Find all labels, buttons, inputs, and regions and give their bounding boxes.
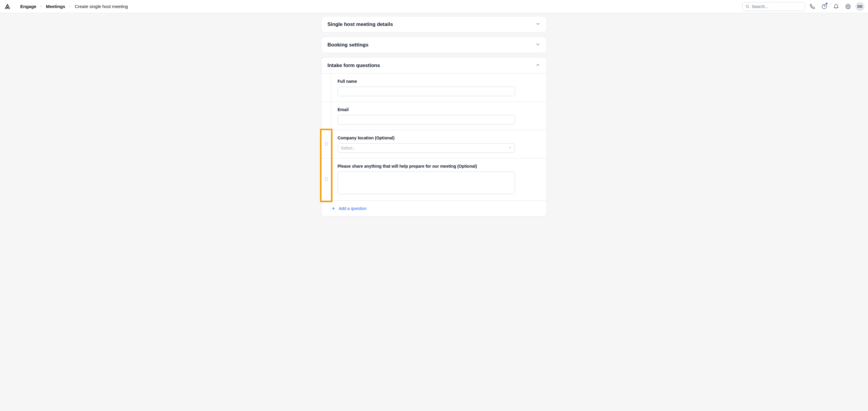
caret-down-icon (508, 146, 512, 150)
textarea-input[interactable] (338, 172, 515, 194)
phone-icon[interactable] (808, 2, 817, 11)
booking-card-header[interactable]: Booking settings (321, 37, 547, 53)
svg-point-0 (746, 5, 748, 7)
intake-card: Intake form questions Full nameEmailComp… (321, 57, 547, 216)
svg-point-25 (325, 179, 326, 179)
drag-handle-icon[interactable] (325, 177, 328, 182)
chevron-up-icon (535, 62, 540, 68)
breadcrumb-engage[interactable]: Engage (20, 4, 36, 9)
details-card-header[interactable]: Single host meeting details (321, 17, 547, 32)
text-input[interactable] (338, 115, 515, 124)
add-question-label: Add a question (339, 206, 366, 211)
search-icon (745, 4, 749, 9)
chevron-right-icon (39, 4, 43, 9)
svg-point-27 (325, 180, 326, 181)
svg-point-21 (325, 145, 326, 145)
bell-icon[interactable] (832, 2, 841, 11)
grip-column (321, 130, 331, 158)
breadcrumb: Engage Meetings Create single host meeti… (20, 4, 128, 9)
svg-point-23 (325, 177, 326, 178)
svg-point-24 (327, 177, 327, 178)
topbar: Engage Meetings Create single host meeti… (0, 0, 868, 13)
question-row: Full name (321, 74, 547, 102)
details-card: Single host meeting details (321, 16, 547, 32)
topbar-actions: BB (742, 2, 864, 11)
add-question-button[interactable]: Add a question (321, 201, 547, 216)
question-row: Please share anything that will help pre… (321, 158, 547, 201)
form-container: Single host meeting details Booking sett… (321, 16, 547, 216)
booking-card: Booking settings (321, 37, 547, 53)
svg-line-1 (748, 7, 749, 8)
question-label: Full name (338, 79, 515, 84)
notification-dot (826, 3, 828, 4)
grip-column (321, 158, 331, 200)
question-row: Email (321, 102, 547, 130)
question-label: Company location (Optional) (338, 136, 515, 140)
plus-icon (331, 206, 336, 211)
select-placeholder: Select... (341, 146, 356, 150)
chevron-down-icon (535, 42, 540, 48)
grip-column (321, 74, 331, 101)
question-label: Email (338, 107, 515, 112)
gear-icon[interactable] (844, 2, 852, 11)
drag-handle-icon[interactable] (325, 142, 328, 147)
search-input[interactable] (742, 2, 805, 11)
question-content: Company location (Optional)Select... (331, 130, 547, 158)
svg-point-17 (325, 142, 326, 142)
page: Single host meeting details Booking sett… (0, 13, 868, 411)
chevron-down-icon (535, 21, 540, 27)
intake-card-title: Intake form questions (328, 63, 380, 68)
svg-point-28 (327, 180, 327, 181)
svg-point-4 (847, 6, 849, 7)
search-wrap (742, 2, 805, 11)
brand-logo[interactable] (4, 3, 11, 10)
question-row: Company location (Optional)Select... (321, 130, 547, 158)
breadcrumb-current: Create single host meeting (75, 4, 128, 9)
select-input[interactable]: Select... (338, 143, 515, 153)
chevron-right-icon (68, 4, 72, 9)
svg-point-19 (325, 143, 326, 144)
svg-point-20 (327, 143, 327, 144)
question-content: Email (331, 102, 547, 130)
text-input[interactable] (338, 87, 515, 96)
svg-point-26 (327, 179, 327, 179)
svg-point-18 (327, 142, 327, 142)
question-content: Please share anything that will help pre… (331, 158, 547, 200)
avatar[interactable]: BB (856, 2, 864, 11)
svg-point-22 (327, 145, 327, 145)
intake-body: Full nameEmailCompany location (Optional… (321, 73, 547, 201)
booking-card-title: Booking settings (328, 42, 369, 48)
help-icon[interactable] (820, 2, 829, 11)
breadcrumb-meetings[interactable]: Meetings (46, 4, 65, 9)
grip-column (321, 102, 331, 130)
question-label: Please share anything that will help pre… (338, 164, 515, 169)
question-content: Full name (331, 74, 547, 101)
details-card-title: Single host meeting details (328, 22, 393, 27)
intake-card-header[interactable]: Intake form questions (321, 57, 547, 73)
